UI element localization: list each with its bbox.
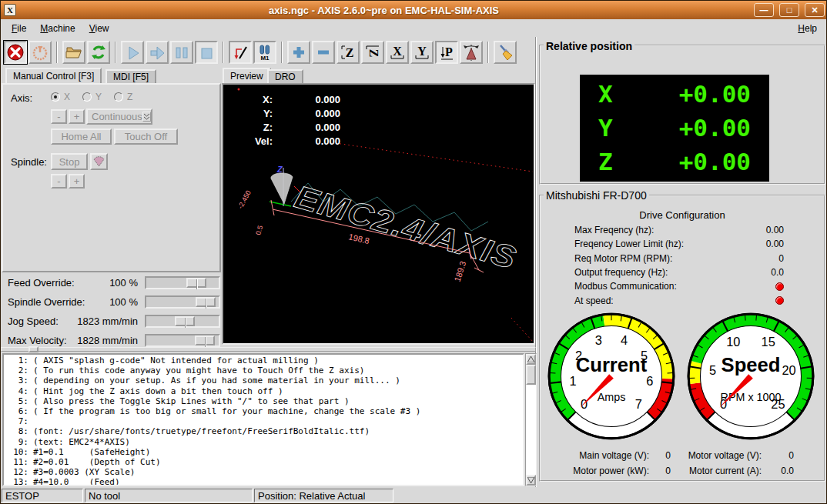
axis-radio-label: Z <box>127 92 132 102</box>
reload-button[interactable] <box>87 41 110 64</box>
gcode-line-number: 4: <box>4 386 33 396</box>
close-button[interactable]: ✕ <box>805 3 825 17</box>
axis-radio-x[interactable]: X <box>51 92 70 102</box>
gcode-line[interactable]: 8:(font: /usr/share/fonts/truetype/freef… <box>4 426 523 436</box>
clear-plot-button[interactable] <box>494 41 517 64</box>
clear-plot-icon <box>496 43 514 62</box>
gcode-line[interactable]: 4:( Hint jog the Z axis down a bit then … <box>4 386 523 396</box>
spindle-stop-button[interactable]: Stop <box>51 153 88 170</box>
menu-view[interactable]: View <box>85 22 114 35</box>
gcode-line-text: ( To run this code anyway you might have… <box>33 365 364 375</box>
tab-mdi[interactable]: MDI [F5] <box>105 69 156 84</box>
jog-plus-button[interactable]: + <box>69 109 85 124</box>
gcode-listing[interactable]: 1:( AXIS "splash g-code" Not intended fo… <box>2 353 524 486</box>
gcode-line[interactable]: 12:#3=0.0003 (XY Scale) <box>4 467 523 477</box>
gcode-line-text: ( If the program is too big or small for… <box>33 406 420 416</box>
menu-machine[interactable]: Machine <box>35 22 79 35</box>
gcode-line[interactable]: 9:(text: EMC2*4*AXIS) <box>4 437 523 447</box>
toggle-skip-lines-button[interactable] <box>229 41 252 64</box>
minimize-button[interactable]: — <box>754 3 774 17</box>
svg-text:4: 4 <box>621 333 628 347</box>
axis-radio-z[interactable]: Z <box>114 92 132 102</box>
slider-handle[interactable] <box>195 335 215 345</box>
menu-file[interactable]: File <box>7 22 31 35</box>
maximize-button[interactable]: □ <box>779 3 799 17</box>
statusbar: ESTOPNo toolPosition: Relative Actual <box>1 488 827 504</box>
view-perspective-button[interactable]: P <box>435 41 458 64</box>
drive-row: Output frequency (Hz):0.0 <box>574 265 784 279</box>
gcode-line[interactable]: 7: <box>4 416 523 426</box>
drive-bottom-row: Motor power (kW):0Motor current (A):0.0 <box>541 463 823 479</box>
gcode-line[interactable]: 13:#4=10.0 (Feed) <box>4 477 523 486</box>
gcode-line-number: 8: <box>4 426 33 436</box>
tab-manual-control[interactable]: Manual Control [F3] <box>5 68 102 84</box>
gcode-line[interactable]: 2:( To run this code anyway you might ha… <box>4 365 523 375</box>
gcode-line[interactable]: 5:( Also press the Toggle Skip Lines wit… <box>4 396 523 406</box>
dro-value: +0.00 <box>679 116 751 140</box>
gcode-scrollbar[interactable] <box>525 353 537 486</box>
drive-group-title: Mitshubishi FR-D700 <box>544 189 649 202</box>
menu-help[interactable]: Help <box>793 22 822 35</box>
jog-minus-button[interactable]: - <box>51 109 67 124</box>
step-button[interactable] <box>146 41 169 64</box>
slider-handle[interactable] <box>186 278 206 288</box>
spindle-minus-button[interactable]: - <box>51 174 67 189</box>
tab-preview[interactable]: Preview <box>223 68 271 84</box>
view-z-rotated-button[interactable]: Z <box>361 41 384 64</box>
spindle-plus-button[interactable]: + <box>69 174 85 189</box>
gcode-line[interactable]: 10:#1=0.1 (SafeHeight) <box>4 447 523 457</box>
home-all-button[interactable]: Home All <box>51 129 112 145</box>
run-button[interactable] <box>121 41 144 64</box>
slider-label: Feed Override: <box>8 277 75 289</box>
open-file-button[interactable] <box>62 41 85 64</box>
drive-row: Req Motor RPM (RPM):0 <box>574 252 784 265</box>
machine-power-button[interactable] <box>28 41 52 64</box>
dro-display: X+0.00Y+0.00Z+0.00 <box>580 75 769 182</box>
gcode-line-text: ( depending on your setup. As if you had… <box>33 375 400 386</box>
slider-trough[interactable] <box>145 295 220 309</box>
preview-canvas[interactable]: X: Y: Z: Vel: 0.000 0.000 0.000 0.000 EM… <box>222 83 535 345</box>
axis-radio-y[interactable]: Y <box>82 92 102 102</box>
slider-value: 1828 mm/min <box>77 335 138 346</box>
tab-dro[interactable]: DRO <box>267 69 303 84</box>
rotate-button[interactable] <box>460 41 483 64</box>
step-icon <box>148 43 166 62</box>
spindle-brake-button[interactable] <box>90 153 108 170</box>
gcode-line-number: 12: <box>4 467 33 477</box>
scroll-up-button[interactable] <box>526 354 536 365</box>
pane-sash[interactable] <box>1 347 536 352</box>
estop-button[interactable] <box>4 41 27 64</box>
view-z-button[interactable]: Z <box>336 41 360 64</box>
gcode-line[interactable]: 3:( depending on your setup. As if you h… <box>4 375 523 386</box>
gcode-line[interactable]: 6:( If the program is too big or small f… <box>4 406 523 416</box>
slider-handle[interactable] <box>175 316 195 326</box>
touch-off-button[interactable]: Touch Off <box>114 129 178 145</box>
slider-handle[interactable] <box>196 297 216 307</box>
gcode-line[interactable]: 1:( AXIS "splash g-code" Not intended fo… <box>4 355 523 365</box>
svg-text:Z: Z <box>367 48 380 57</box>
toolbar-separator <box>56 42 58 63</box>
svg-text:6: 6 <box>646 374 653 388</box>
view-y-button[interactable]: Y <box>410 41 434 64</box>
pause-button[interactable] <box>170 41 193 64</box>
slider-label: Max Velocity: <box>8 335 67 346</box>
view-x-button[interactable]: X <box>386 41 409 64</box>
scroll-thumb[interactable] <box>526 365 536 385</box>
app-icon: X <box>4 4 16 16</box>
optional-stop-button[interactable]: M1 <box>253 41 276 64</box>
slider-label: Jog Speed: <box>8 315 59 327</box>
axis-radio-label: X <box>64 92 70 102</box>
stop-button[interactable] <box>195 41 218 64</box>
slider-trough[interactable] <box>145 334 220 347</box>
pane-sash-handle[interactable] <box>28 346 39 352</box>
dro-value: +0.00 <box>679 82 751 106</box>
slider-trough[interactable] <box>145 315 220 328</box>
scroll-down-button[interactable] <box>526 475 536 486</box>
zoom-in-button[interactable] <box>287 41 310 64</box>
gcode-line[interactable]: 11:#2=0.01 (Depth of Cut) <box>4 457 523 467</box>
jog-mode-select[interactable]: Continuous <box>86 108 152 125</box>
zoom-out-button[interactable] <box>312 41 335 64</box>
slider-row: Feed Override:100 % <box>2 273 220 292</box>
slider-trough[interactable] <box>145 276 220 289</box>
view-z-rotated-icon: Z <box>363 43 382 62</box>
